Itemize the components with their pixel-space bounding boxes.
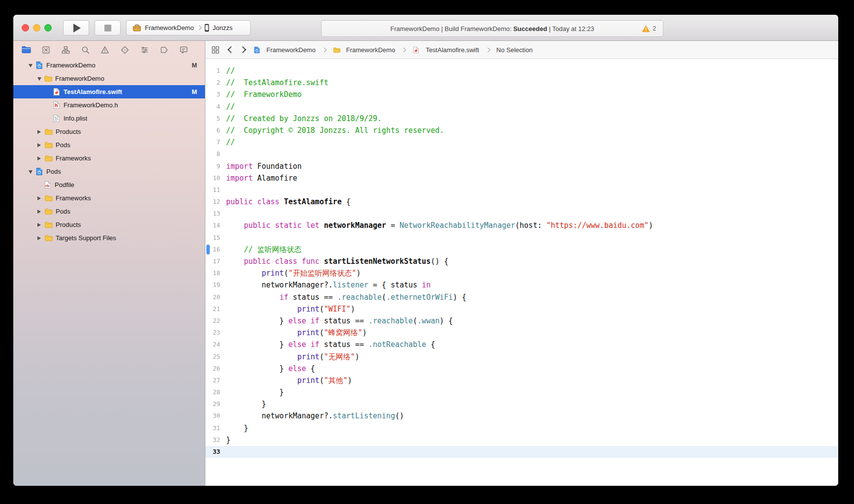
code-line-30[interactable]: 30 networkManager?.startListening() [205, 410, 838, 422]
forward-button[interactable] [239, 46, 246, 53]
issue-navigator-tab[interactable] [95, 43, 115, 56]
line-number[interactable]: 28 [205, 386, 220, 398]
code-line-19[interactable]: 19 networkManager?.listener = { status i… [205, 279, 838, 291]
code-line-2[interactable]: 2// TestAlamofire.swift [205, 77, 838, 89]
line-number[interactable]: 4 [205, 101, 220, 113]
code-area[interactable]: 1//2// TestAlamofire.swift3// FrameworkD… [205, 59, 838, 486]
code-line-28[interactable]: 28 } [205, 386, 838, 398]
line-number[interactable]: 11 [205, 184, 220, 196]
code-line-10[interactable]: 10import Alamofire [205, 172, 838, 184]
minimize-window-button[interactable] [33, 24, 40, 32]
zoom-window-button[interactable] [44, 24, 52, 32]
code-line-12[interactable]: 12public class TestAlamofire { [205, 196, 838, 208]
line-number[interactable]: 5 [205, 113, 220, 125]
tree-item-products[interactable]: Products [13, 125, 205, 138]
debug-navigator-tab[interactable] [134, 43, 154, 56]
breakpoint-navigator-tab[interactable] [154, 43, 174, 56]
line-number[interactable]: 29 [205, 398, 220, 410]
line-number[interactable]: 24 [205, 339, 220, 350]
line-number[interactable]: 23 [205, 327, 220, 339]
code-line-24[interactable]: 24 } else if status == .notReachable { [205, 339, 838, 350]
tree-item-podfile[interactable]: rbPodfile [13, 178, 205, 191]
tree-item-frameworkdemo[interactable]: FrameworkDemo [13, 72, 205, 85]
code-line-9[interactable]: 9import Foundation [205, 160, 838, 172]
related-items-icon[interactable] [211, 46, 220, 54]
disclosure-open-icon[interactable] [29, 64, 33, 67]
code-line-18[interactable]: 18 print("开始监听网络状态") [205, 267, 838, 279]
tree-item-pods[interactable]: Pods [13, 165, 205, 178]
line-number[interactable]: 3 [205, 89, 220, 100]
tree-item-frameworks[interactable]: Frameworks [13, 152, 205, 165]
tree-item-info-plist[interactable]: Info.plist [13, 112, 205, 125]
code-line-6[interactable]: 6// Copyright © 2018 Jonzzs. All rights … [205, 125, 838, 136]
line-number[interactable]: 21 [205, 303, 220, 315]
code-line-16[interactable]: 16 // 监听网络状态 [205, 244, 838, 255]
line-number[interactable]: 30 [205, 410, 220, 422]
code-line-3[interactable]: 3// FrameworkDemo [205, 89, 838, 100]
code-line-15[interactable]: 15 [205, 232, 838, 244]
disclosure-closed-icon[interactable] [37, 196, 41, 200]
disclosure-closed-icon[interactable] [37, 223, 41, 227]
line-number[interactable]: 27 [205, 375, 220, 386]
disclosure-closed-icon[interactable] [37, 143, 41, 147]
breadcrumb-item[interactable]: FrameworkDemo [253, 46, 316, 54]
tree-item-frameworkdemo[interactable]: FrameworkDemoM [13, 59, 205, 72]
disclosure-open-icon[interactable] [37, 77, 41, 81]
line-number[interactable]: 26 [205, 363, 220, 375]
find-navigator-tab[interactable] [75, 43, 95, 56]
back-button[interactable] [228, 46, 234, 53]
line-number[interactable]: 12 [205, 196, 220, 208]
code-line-26[interactable]: 26 } else { [205, 363, 838, 375]
report-navigator-tab[interactable] [174, 43, 194, 56]
line-number[interactable]: 1 [205, 65, 220, 77]
tree-item-targets-support-files[interactable]: Targets Support Files [13, 231, 205, 245]
line-number[interactable]: 20 [205, 291, 220, 303]
run-button[interactable] [63, 20, 89, 35]
code-line-23[interactable]: 23 print("蜂窝网络") [205, 327, 838, 339]
code-line-29[interactable]: 29 } [205, 398, 838, 410]
line-number[interactable]: 6 [205, 125, 220, 136]
tree-item-frameworkdemo-h[interactable]: hFrameworkDemo.h [13, 98, 205, 112]
stop-button[interactable] [95, 20, 121, 35]
disclosure-closed-icon[interactable] [37, 210, 41, 214]
code-line-4[interactable]: 4// [205, 101, 838, 113]
line-number[interactable]: 18 [205, 267, 220, 279]
disclosure-closed-icon[interactable] [37, 236, 41, 240]
line-number[interactable]: 33 [205, 446, 220, 458]
breadcrumb-item[interactable]: TestAlamofire.swift [412, 46, 479, 54]
code-line-25[interactable]: 25 print("无网络") [205, 351, 838, 363]
line-number[interactable]: 31 [205, 422, 220, 434]
tree-item-pods[interactable]: Pods [13, 138, 205, 152]
disclosure-open-icon[interactable] [29, 170, 33, 174]
line-number[interactable]: 10 [205, 172, 220, 184]
code-line-11[interactable]: 11 [205, 184, 838, 196]
code-line-31[interactable]: 31 } [205, 422, 838, 434]
line-number[interactable]: 25 [205, 351, 220, 363]
symbol-navigator-tab[interactable] [56, 43, 75, 56]
code-line-32[interactable]: 32} [205, 434, 838, 446]
line-number[interactable]: 2 [205, 77, 220, 89]
code-line-33[interactable]: 33 [205, 446, 838, 458]
project-navigator-tab[interactable] [16, 43, 36, 56]
source-control-navigator-tab[interactable] [36, 43, 56, 56]
line-number[interactable]: 15 [205, 232, 220, 244]
tree-item-frameworks[interactable]: Frameworks [13, 191, 205, 205]
line-number[interactable]: 7 [205, 136, 220, 148]
code-line-7[interactable]: 7// [205, 136, 838, 148]
breadcrumb-item[interactable]: FrameworkDemo [333, 46, 395, 54]
code-line-14[interactable]: 14 public static let networkManager = Ne… [205, 220, 838, 231]
line-number[interactable]: 9 [205, 160, 220, 172]
line-number[interactable]: 14 [205, 220, 220, 231]
code-line-8[interactable]: 8 [205, 148, 838, 160]
code-line-22[interactable]: 22 } else if status == .reachable(.wwan)… [205, 315, 838, 327]
close-window-button[interactable] [22, 24, 29, 32]
line-number[interactable]: 17 [205, 255, 220, 267]
issues-summary[interactable]: 2 [642, 21, 656, 36]
breadcrumb-item[interactable]: No Selection [496, 46, 533, 54]
code-line-21[interactable]: 21 print("WIFI") [205, 303, 838, 315]
line-number[interactable]: 8 [205, 148, 220, 160]
line-number[interactable]: 22 [205, 315, 220, 327]
tree-item-products[interactable]: Products [13, 218, 205, 231]
disclosure-closed-icon[interactable] [37, 130, 41, 134]
code-line-1[interactable]: 1// [205, 65, 838, 77]
